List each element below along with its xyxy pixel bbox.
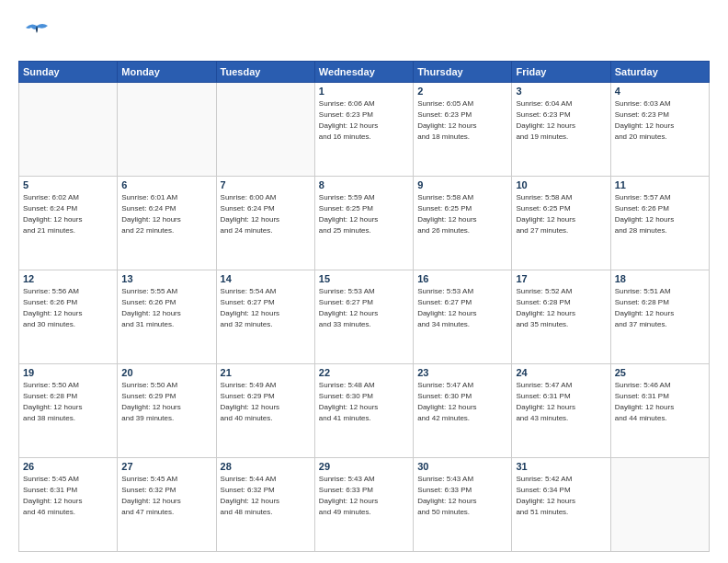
calendar-cell: 23Sunrise: 5:47 AM Sunset: 6:30 PM Dayli… bbox=[414, 364, 512, 458]
day-number: 13 bbox=[121, 273, 211, 284]
day-info: Sunrise: 5:47 AM Sunset: 6:30 PM Dayligh… bbox=[417, 380, 507, 424]
calendar-header-wednesday: Wednesday bbox=[314, 62, 413, 83]
day-info: Sunrise: 5:49 AM Sunset: 6:29 PM Dayligh… bbox=[221, 380, 311, 424]
logo bbox=[18, 17, 57, 52]
calendar-cell: 7Sunrise: 6:00 AM Sunset: 6:24 PM Daylig… bbox=[216, 177, 314, 270]
day-number: 16 bbox=[417, 273, 507, 284]
day-info: Sunrise: 6:05 AM Sunset: 6:23 PM Dayligh… bbox=[417, 98, 507, 143]
day-info: Sunrise: 5:47 AM Sunset: 6:31 PM Dayligh… bbox=[516, 380, 606, 424]
day-number: 12 bbox=[23, 273, 113, 284]
day-number: 30 bbox=[417, 461, 507, 472]
calendar-header-tuesday: Tuesday bbox=[216, 62, 314, 83]
calendar-cell: 18Sunrise: 5:51 AM Sunset: 6:28 PM Dayli… bbox=[610, 270, 709, 364]
day-number: 18 bbox=[615, 273, 705, 284]
day-number: 29 bbox=[319, 461, 409, 472]
calendar-cell: 28Sunrise: 5:44 AM Sunset: 6:32 PM Dayli… bbox=[216, 458, 314, 552]
day-number: 23 bbox=[417, 367, 507, 378]
day-info: Sunrise: 6:01 AM Sunset: 6:24 PM Dayligh… bbox=[121, 192, 211, 236]
calendar-cell bbox=[610, 458, 709, 552]
calendar-cell: 29Sunrise: 5:43 AM Sunset: 6:33 PM Dayli… bbox=[314, 458, 413, 552]
calendar-cell: 1Sunrise: 6:06 AM Sunset: 6:23 PM Daylig… bbox=[314, 83, 413, 177]
calendar-cell: 2Sunrise: 6:05 AM Sunset: 6:23 PM Daylig… bbox=[414, 83, 512, 177]
day-info: Sunrise: 5:59 AM Sunset: 6:25 PM Dayligh… bbox=[319, 192, 409, 236]
calendar-header-thursday: Thursday bbox=[414, 62, 512, 83]
calendar-week-1: 1Sunrise: 6:06 AM Sunset: 6:23 PM Daylig… bbox=[19, 83, 710, 177]
day-info: Sunrise: 5:43 AM Sunset: 6:33 PM Dayligh… bbox=[417, 474, 507, 518]
day-info: Sunrise: 5:53 AM Sunset: 6:27 PM Dayligh… bbox=[319, 286, 409, 330]
calendar-cell bbox=[216, 83, 314, 177]
day-number: 6 bbox=[121, 179, 211, 190]
day-info: Sunrise: 5:54 AM Sunset: 6:27 PM Dayligh… bbox=[221, 286, 311, 330]
day-info: Sunrise: 5:50 AM Sunset: 6:28 PM Dayligh… bbox=[23, 380, 113, 424]
day-number: 9 bbox=[417, 179, 507, 190]
calendar-header-sunday: Sunday bbox=[19, 62, 118, 83]
day-info: Sunrise: 5:56 AM Sunset: 6:26 PM Dayligh… bbox=[23, 286, 113, 330]
day-info: Sunrise: 5:43 AM Sunset: 6:33 PM Dayligh… bbox=[319, 474, 409, 518]
calendar-header-monday: Monday bbox=[118, 62, 216, 83]
day-number: 22 bbox=[319, 367, 409, 378]
calendar-cell: 12Sunrise: 5:56 AM Sunset: 6:26 PM Dayli… bbox=[19, 270, 118, 364]
calendar-cell: 16Sunrise: 5:53 AM Sunset: 6:27 PM Dayli… bbox=[414, 270, 512, 364]
calendar-cell: 5Sunrise: 6:02 AM Sunset: 6:24 PM Daylig… bbox=[19, 177, 118, 270]
calendar-header-saturday: Saturday bbox=[610, 62, 709, 83]
day-info: Sunrise: 6:03 AM Sunset: 6:23 PM Dayligh… bbox=[615, 98, 705, 143]
day-info: Sunrise: 5:53 AM Sunset: 6:27 PM Dayligh… bbox=[417, 286, 507, 330]
calendar-cell: 22Sunrise: 5:48 AM Sunset: 6:30 PM Dayli… bbox=[314, 364, 413, 458]
calendar-cell: 9Sunrise: 5:58 AM Sunset: 6:25 PM Daylig… bbox=[414, 177, 512, 270]
day-number: 20 bbox=[121, 367, 211, 378]
day-number: 24 bbox=[516, 367, 606, 378]
day-number: 14 bbox=[221, 273, 311, 284]
page: SundayMondayTuesdayWednesdayThursdayFrid… bbox=[0, 0, 728, 563]
calendar-week-4: 19Sunrise: 5:50 AM Sunset: 6:28 PM Dayli… bbox=[19, 364, 710, 458]
day-info: Sunrise: 6:04 AM Sunset: 6:23 PM Dayligh… bbox=[516, 98, 606, 143]
calendar-cell: 17Sunrise: 5:52 AM Sunset: 6:28 PM Dayli… bbox=[512, 270, 610, 364]
day-info: Sunrise: 5:57 AM Sunset: 6:26 PM Dayligh… bbox=[615, 192, 705, 236]
day-number: 2 bbox=[417, 86, 507, 97]
calendar-table: SundayMondayTuesdayWednesdayThursdayFrid… bbox=[18, 61, 710, 552]
day-number: 27 bbox=[121, 461, 211, 472]
calendar-cell: 14Sunrise: 5:54 AM Sunset: 6:27 PM Dayli… bbox=[216, 270, 314, 364]
day-info: Sunrise: 6:00 AM Sunset: 6:24 PM Dayligh… bbox=[221, 192, 311, 236]
day-info: Sunrise: 5:55 AM Sunset: 6:26 PM Dayligh… bbox=[121, 286, 211, 330]
calendar-cell: 21Sunrise: 5:49 AM Sunset: 6:29 PM Dayli… bbox=[216, 364, 314, 458]
day-number: 11 bbox=[615, 179, 705, 190]
day-info: Sunrise: 5:44 AM Sunset: 6:32 PM Dayligh… bbox=[221, 474, 311, 518]
day-number: 10 bbox=[516, 179, 606, 190]
calendar-cell: 20Sunrise: 5:50 AM Sunset: 6:29 PM Dayli… bbox=[118, 364, 216, 458]
calendar-cell: 4Sunrise: 6:03 AM Sunset: 6:23 PM Daylig… bbox=[610, 83, 709, 177]
day-info: Sunrise: 6:06 AM Sunset: 6:23 PM Dayligh… bbox=[319, 98, 409, 143]
day-number: 1 bbox=[319, 86, 409, 97]
calendar-cell: 11Sunrise: 5:57 AM Sunset: 6:26 PM Dayli… bbox=[610, 177, 709, 270]
day-info: Sunrise: 5:42 AM Sunset: 6:34 PM Dayligh… bbox=[516, 474, 606, 518]
calendar-header-friday: Friday bbox=[512, 62, 610, 83]
calendar-cell: 25Sunrise: 5:46 AM Sunset: 6:31 PM Dayli… bbox=[610, 364, 709, 458]
day-number: 8 bbox=[319, 179, 409, 190]
calendar-cell: 8Sunrise: 5:59 AM Sunset: 6:25 PM Daylig… bbox=[314, 177, 413, 270]
calendar-week-5: 26Sunrise: 5:45 AM Sunset: 6:31 PM Dayli… bbox=[19, 458, 710, 552]
calendar-cell: 6Sunrise: 6:01 AM Sunset: 6:24 PM Daylig… bbox=[118, 177, 216, 270]
calendar-week-2: 5Sunrise: 6:02 AM Sunset: 6:24 PM Daylig… bbox=[19, 177, 710, 270]
day-info: Sunrise: 5:52 AM Sunset: 6:28 PM Dayligh… bbox=[516, 286, 606, 330]
day-info: Sunrise: 5:58 AM Sunset: 6:25 PM Dayligh… bbox=[516, 192, 606, 236]
day-number: 5 bbox=[23, 179, 113, 190]
day-number: 4 bbox=[615, 86, 705, 97]
day-number: 3 bbox=[516, 86, 606, 97]
day-number: 21 bbox=[221, 367, 311, 378]
day-number: 17 bbox=[516, 273, 606, 284]
calendar-cell: 19Sunrise: 5:50 AM Sunset: 6:28 PM Dayli… bbox=[19, 364, 118, 458]
day-number: 25 bbox=[615, 367, 705, 378]
calendar-cell bbox=[118, 83, 216, 177]
calendar-week-3: 12Sunrise: 5:56 AM Sunset: 6:26 PM Dayli… bbox=[19, 270, 710, 364]
calendar-cell bbox=[19, 83, 118, 177]
day-info: Sunrise: 5:45 AM Sunset: 6:32 PM Dayligh… bbox=[121, 474, 211, 518]
day-info: Sunrise: 5:46 AM Sunset: 6:31 PM Dayligh… bbox=[615, 380, 705, 424]
header bbox=[18, 17, 710, 52]
day-info: Sunrise: 5:45 AM Sunset: 6:31 PM Dayligh… bbox=[23, 474, 113, 518]
day-number: 19 bbox=[23, 367, 113, 378]
day-number: 26 bbox=[23, 461, 113, 472]
calendar-header-row: SundayMondayTuesdayWednesdayThursdayFrid… bbox=[19, 62, 710, 83]
svg-rect-0 bbox=[18, 17, 53, 52]
calendar-cell: 30Sunrise: 5:43 AM Sunset: 6:33 PM Dayli… bbox=[414, 458, 512, 552]
day-number: 28 bbox=[221, 461, 311, 472]
day-info: Sunrise: 6:02 AM Sunset: 6:24 PM Dayligh… bbox=[23, 192, 113, 236]
